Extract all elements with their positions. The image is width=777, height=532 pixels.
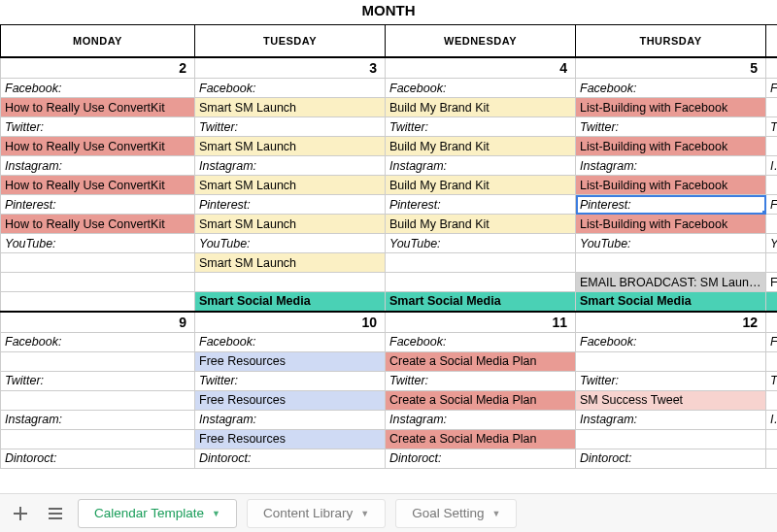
platform-label[interactable]: Instagram: [576, 156, 766, 176]
cell[interactable]: Y [766, 234, 778, 253]
content-cell[interactable]: List-Building with Facebook [576, 98, 766, 117]
platform-label[interactable]: Twitter: [386, 117, 576, 137]
cell[interactable]: I [766, 410, 778, 429]
platform-label[interactable]: Pinterest: [195, 195, 386, 215]
platform-label[interactable]: Twitter: [195, 117, 386, 137]
content-cell[interactable] [1, 351, 195, 371]
platform-label[interactable]: Facebook: [576, 332, 766, 351]
cell[interactable] [766, 253, 778, 273]
platform-label[interactable]: Facebook: [386, 79, 576, 98]
platform-label[interactable]: Dintoroct: [386, 449, 576, 468]
content-cell[interactable]: Create a Social Media Plan [386, 390, 576, 410]
col-monday[interactable]: MONDAY [1, 25, 195, 58]
platform-label[interactable]: Dintoroct: [195, 449, 386, 468]
platform-label[interactable]: YouTube: [1, 234, 195, 253]
content-cell[interactable]: Smart SM Launch [195, 215, 386, 234]
content-cell[interactable]: Create a Social Media Plan [386, 429, 576, 449]
content-cell[interactable]: Free Resources [195, 351, 386, 371]
col-tuesday[interactable]: TUESDAY [195, 25, 386, 58]
cell[interactable]: F [766, 79, 778, 98]
platform-label[interactable]: YouTube: [386, 234, 576, 253]
content-cell[interactable] [1, 273, 195, 292]
content-cell[interactable]: Smart SM Launch [195, 253, 386, 273]
cell[interactable]: F [766, 332, 778, 351]
platform-label[interactable]: Dintoroct: [1, 449, 195, 468]
calendar-grid[interactable]: MONDAY TUESDAY WEDNESDAY THURSDAY 2 3 4 … [0, 24, 777, 493]
cell[interactable]: T [766, 371, 778, 390]
platform-label[interactable]: Instagram: [386, 156, 576, 176]
content-cell[interactable]: List-Building with Facebook [576, 137, 766, 156]
date-cell[interactable]: 5 [576, 57, 766, 79]
cell[interactable] [766, 449, 778, 468]
date-cell[interactable]: 9 [1, 312, 195, 333]
platform-label[interactable]: Twitter: [1, 117, 195, 137]
content-cell[interactable]: Build My Brand Kit [386, 215, 576, 234]
platform-label[interactable]: Twitter: [576, 117, 766, 137]
all-sheets-button[interactable] [43, 501, 68, 526]
email-broadcast[interactable]: EMAIL BROADCAST: SM Launch [576, 273, 766, 292]
content-cell[interactable]: Build My Brand Kit [386, 98, 576, 117]
content-cell[interactable]: Free Resources [195, 390, 386, 410]
content-cell[interactable] [195, 273, 386, 292]
platform-label[interactable]: Facebook: [386, 332, 576, 351]
platform-label[interactable]: YouTube: [195, 234, 386, 253]
content-cell[interactable]: Free Resources [195, 429, 386, 449]
platform-label[interactable]: Pinterest: [386, 195, 576, 215]
content-cell[interactable]: Create a Social Media Plan [386, 351, 576, 371]
date-cell[interactable]: 3 [195, 57, 386, 79]
cell[interactable] [766, 215, 778, 234]
content-cell[interactable]: Smart Social Media [576, 292, 766, 312]
content-cell[interactable] [386, 253, 576, 273]
content-cell[interactable]: How to Really Use ConvertKit [1, 137, 195, 156]
platform-label[interactable]: Facebook: [195, 332, 386, 351]
date-cell[interactable]: 12 [576, 312, 766, 333]
tab-calendar-template[interactable]: Calendar Template ▼ [78, 499, 237, 528]
content-cell[interactable]: Smart SM Launch [195, 137, 386, 156]
col-wednesday[interactable]: WEDNESDAY [386, 25, 576, 58]
content-cell[interactable]: List-Building with Facebook [576, 215, 766, 234]
content-cell[interactable] [1, 429, 195, 449]
add-sheet-button[interactable] [8, 501, 33, 526]
platform-label[interactable]: Instagram: [1, 410, 195, 429]
date-cell[interactable]: 4 [386, 57, 576, 79]
selected-cell[interactable]: Pinterest: [576, 195, 766, 215]
platform-label[interactable]: Dintoroct: [576, 449, 766, 468]
date-cell[interactable]: 10 [195, 312, 386, 333]
cell[interactable]: T [766, 117, 778, 137]
content-cell[interactable] [1, 390, 195, 410]
content-cell[interactable] [576, 351, 766, 371]
cell[interactable]: F [766, 273, 778, 292]
tab-goal-setting[interactable]: Goal Setting ▼ [395, 499, 517, 528]
date-cell[interactable]: 11 [386, 312, 576, 333]
platform-label[interactable]: Facebook: [1, 332, 195, 351]
content-cell[interactable]: Build My Brand Kit [386, 137, 576, 156]
cell[interactable] [766, 57, 778, 79]
platform-label[interactable]: Facebook: [576, 79, 766, 98]
content-cell[interactable] [386, 273, 576, 292]
content-cell[interactable] [1, 292, 195, 312]
platform-label[interactable]: Twitter: [576, 371, 766, 390]
tab-content-library[interactable]: Content Library ▼ [247, 499, 386, 528]
cell[interactable] [766, 312, 778, 333]
cell[interactable]: I [766, 156, 778, 176]
cell[interactable] [766, 429, 778, 449]
content-cell[interactable]: SM Success Tweet [576, 390, 766, 410]
cell[interactable] [766, 176, 778, 195]
content-cell[interactable]: Build My Brand Kit [386, 176, 576, 195]
platform-label[interactable]: Twitter: [195, 371, 386, 390]
cell[interactable] [766, 137, 778, 156]
platform-label[interactable]: YouTube: [576, 234, 766, 253]
date-cell[interactable]: 2 [1, 57, 195, 79]
content-cell[interactable] [1, 253, 195, 273]
platform-label[interactable]: Instagram: [195, 156, 386, 176]
platform-label[interactable]: Instagram: [1, 156, 195, 176]
platform-label[interactable]: Instagram: [576, 410, 766, 429]
cell[interactable]: F [766, 195, 778, 215]
content-cell[interactable]: List-Building with Facebook [576, 176, 766, 195]
content-cell[interactable]: How to Really Use ConvertKit [1, 215, 195, 234]
content-cell[interactable]: Smart Social Media [195, 292, 386, 312]
content-cell[interactable]: Smart Social Media [386, 292, 576, 312]
platform-label[interactable]: Instagram: [195, 410, 386, 429]
content-cell[interactable]: How to Really Use ConvertKit [1, 176, 195, 195]
col-thursday[interactable]: THURSDAY [576, 25, 766, 58]
